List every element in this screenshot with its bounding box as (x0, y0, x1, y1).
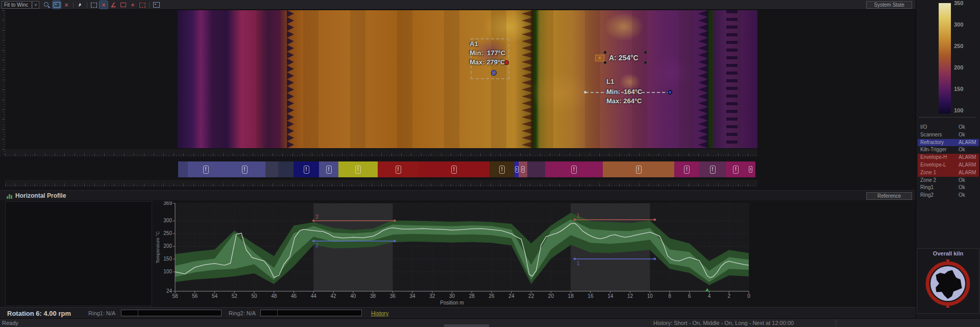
reference-button[interactable]: Reference (866, 192, 912, 200)
svg-text:6: 6 (688, 293, 691, 299)
kiln-gauge[interactable] (917, 256, 979, 311)
status-value: Ok (959, 146, 965, 153)
zone-segment[interactable]: ! (726, 161, 746, 177)
svg-text:38: 38 (370, 293, 376, 299)
status-row[interactable]: Zone 1ALARM (918, 169, 979, 177)
l1-start-marker[interactable] (584, 91, 586, 94)
zone-strip: !!!!!!!!!!!!!!!! (178, 161, 755, 177)
zone-segment[interactable]: ! (419, 161, 489, 177)
status-name: Kiln-Trigger (920, 147, 946, 152)
zone-segment[interactable] (278, 161, 293, 177)
svg-text:36: 36 (390, 293, 396, 299)
status-name: Zone 1 (920, 170, 936, 175)
status-value: Ok (959, 131, 965, 138)
area-measure-icon[interactable] (119, 1, 127, 9)
zone-segment[interactable] (178, 161, 188, 177)
colorbar-tick: 200 (954, 64, 974, 71)
system-status-list: I/OOkScannersOkRefractoryALARMKiln-Trigg… (918, 124, 979, 199)
zone-segment[interactable]: ! (674, 161, 699, 177)
status-name: Ring2 (920, 192, 934, 198)
svg-text:4: 4 (708, 293, 711, 299)
status-row[interactable]: Kiln-TriggerOk (918, 146, 979, 154)
thermal-image[interactable]: A1 Min: 177°C Max: 279°C × A: 254°C L1 M… (178, 10, 757, 148)
toolbar-icons: ××∠+ (43, 1, 160, 9)
status-name: Envelope-H (920, 154, 947, 160)
zone-segment[interactable] (265, 161, 278, 177)
toolbar-separator (87, 2, 87, 8)
selection-handle[interactable] (644, 51, 647, 54)
status-value: ALARM (959, 154, 976, 161)
history-link[interactable]: History (371, 310, 388, 316)
zone-segment[interactable]: ! (224, 161, 265, 177)
zone-segment[interactable]: ! (489, 161, 514, 177)
svg-text:2: 2 (315, 243, 318, 248)
delete-measure-icon[interactable]: × (100, 1, 108, 9)
status-row[interactable]: ScannersOk (918, 131, 979, 139)
status-row[interactable]: Ring1Ok (918, 184, 979, 192)
svg-text:Temperature °C: Temperature °C (155, 231, 160, 264)
vertical-ruler (0, 10, 5, 156)
l1-end-marker[interactable] (668, 90, 672, 95)
svg-text:14: 14 (607, 293, 614, 299)
status-bar: Ready History: Short - On, Middle - On, … (0, 318, 980, 327)
angle-measure-icon[interactable]: ∠ (109, 1, 117, 9)
kiln-teeth-right (697, 10, 708, 148)
status-row[interactable]: Zone 2Ok (918, 177, 979, 184)
zone-segment[interactable]: ! (319, 161, 338, 177)
svg-text:52: 52 (232, 293, 238, 299)
zone-segment[interactable]: ! (188, 161, 224, 177)
fit-to-window-select[interactable]: Fit to Winc (2, 1, 32, 9)
alarm-icon: ! (242, 166, 248, 174)
selection-handle[interactable] (604, 61, 606, 64)
zone-segment[interactable]: ! (338, 161, 378, 177)
remove-image-icon[interactable]: × (62, 1, 70, 9)
colorbar-ticks: 350300250200150100 (954, 0, 974, 113)
zoom-icon[interactable] (43, 1, 51, 9)
svg-text:8: 8 (668, 293, 671, 299)
zone-segment[interactable]: ! (514, 161, 519, 177)
status-row[interactable]: Envelope-HALARM (918, 154, 979, 161)
zone-segment[interactable]: ! (545, 161, 603, 177)
svg-text:10: 10 (647, 293, 653, 299)
palette-icon[interactable] (152, 1, 160, 9)
svg-text:50: 50 (251, 293, 257, 299)
l1-min-value: Min: 164°C (606, 88, 642, 96)
status-row[interactable]: RefractoryALARM (918, 139, 979, 147)
colorbar-tick: 350 (954, 0, 974, 6)
status-row[interactable]: Envelope-LALARM (918, 161, 979, 169)
zone-segment[interactable] (527, 161, 545, 177)
main-toolbar: Fit to Winc v ××∠+ System State (0, 0, 980, 10)
statusbar-thumb[interactable] (444, 324, 489, 327)
status-row[interactable]: Ring2Ok (918, 192, 979, 199)
ready-status: Ready (2, 320, 18, 326)
region-select-icon[interactable] (90, 1, 98, 9)
a-temp-label[interactable]: A: 254°C (609, 54, 639, 62)
system-state-button[interactable]: System State (866, 1, 912, 9)
fit-select-caret-button[interactable]: v (32, 1, 39, 9)
zone-segment[interactable]: ! (603, 161, 674, 177)
ring1-label: Ring1: N/A (88, 310, 115, 316)
status-name: Refractory (920, 139, 944, 145)
sidebar-divider (919, 117, 975, 118)
status-name: Envelope-L (920, 162, 946, 168)
ring1-progress (121, 310, 222, 316)
zone-segment[interactable]: ! (293, 161, 319, 177)
zone-segment[interactable]: ! (519, 161, 527, 177)
image-view-icon[interactable] (53, 1, 61, 9)
section-title: Horizontal Profile (15, 192, 66, 199)
zone-segment[interactable]: ! (746, 161, 755, 177)
horizontal-profile-chart[interactable]: 2211369300250200150100245856545250484644… (153, 201, 755, 307)
selection-handle[interactable] (604, 51, 606, 54)
point-measure-icon[interactable]: + (129, 1, 137, 9)
svg-text:26: 26 (489, 293, 495, 299)
selection-handle[interactable] (644, 61, 647, 64)
status-row[interactable]: I/OOk (918, 124, 979, 131)
move-measure-icon[interactable] (138, 1, 146, 9)
alarm-icon: ! (326, 166, 332, 174)
toolbar-separator (73, 2, 74, 8)
cursor-icon[interactable] (76, 1, 84, 9)
zone-segment[interactable]: ! (378, 161, 419, 177)
svg-text:56: 56 (192, 293, 198, 299)
alarm-icon: ! (571, 166, 577, 174)
zone-segment[interactable]: ! (699, 161, 726, 177)
